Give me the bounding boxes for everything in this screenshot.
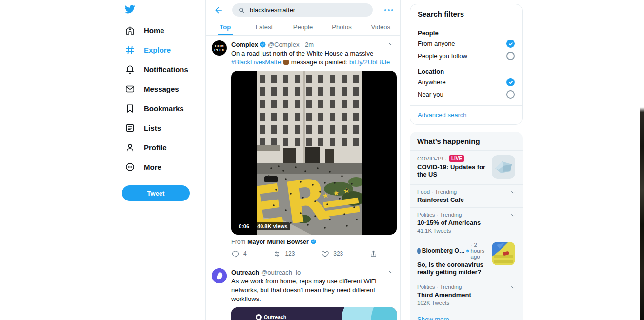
tweet-url-link[interactable]: bit.ly/2UbF8Je	[349, 59, 390, 66]
sidebar-item-home[interactable]: Home	[117, 20, 193, 40]
envelope-icon	[124, 83, 135, 94]
hashtag-icon	[124, 44, 135, 55]
verified-badge-icon	[260, 41, 266, 48]
list-icon	[124, 122, 135, 133]
trend-title: Rainforest Cafe	[417, 196, 515, 203]
retweet-count: 123	[285, 250, 295, 257]
chevron-down-icon[interactable]	[510, 212, 517, 220]
tweet-button[interactable]: Tweet	[122, 185, 190, 201]
like-count: 323	[333, 250, 343, 257]
back-button[interactable]	[214, 5, 223, 15]
left-sidebar: Home Explore Notifications Messages Book…	[117, 0, 193, 201]
tab-people[interactable]: People	[283, 20, 322, 35]
tab-top[interactable]: Top	[206, 20, 245, 35]
svg-text:★: ★	[332, 188, 340, 198]
show-more-link[interactable]: Show more	[410, 310, 523, 320]
live-badge: LIVE	[449, 155, 464, 162]
lab-capsules-image[interactable]	[492, 242, 515, 265]
trend-title: 10-15% of Americans	[417, 219, 515, 226]
sidebar-item-notifications[interactable]: Notifications	[117, 60, 193, 79]
share-icon	[369, 250, 378, 258]
search-results-column: Top Latest People Photos Videos COM PLEX…	[205, 0, 401, 320]
panel-title: What’s happening	[410, 132, 523, 151]
window-edge	[640, 0, 644, 320]
heart-icon	[321, 250, 329, 258]
sidebar-item-messages[interactable]: Messages	[117, 79, 193, 99]
more-options-icon[interactable]	[383, 7, 394, 13]
sidebar-item-label: Profile	[144, 143, 167, 152]
person-icon	[124, 142, 135, 153]
tab-photos[interactable]: Photos	[322, 20, 362, 35]
filter-option-near-you[interactable]: Near you	[418, 88, 515, 100]
sidebar-item-more[interactable]: More	[117, 157, 193, 177]
raised-fist-emoji	[283, 60, 289, 65]
sidebar-item-lists[interactable]: Lists	[117, 118, 193, 138]
sidebar-item-bookmarks[interactable]: Bookmarks	[117, 99, 193, 118]
trend-meta: Politics · Trending	[417, 284, 515, 290]
sidebar-item-label: Bookmarks	[144, 104, 184, 113]
chevron-down-icon[interactable]	[510, 284, 517, 293]
share-button[interactable]	[369, 250, 378, 258]
tweet-text: On a road just north of the White House …	[231, 49, 394, 67]
tweet-handle-time: @Complex · 2m	[268, 41, 314, 48]
trend-tweet-count: 41.1K Tweets	[417, 228, 515, 234]
right-sidebar: Search filters People From anyone People…	[410, 4, 523, 320]
filter-option-from-anyone[interactable]: From anyone	[418, 38, 515, 50]
bell-icon	[124, 64, 135, 75]
twitter-bird-icon[interactable]	[123, 4, 136, 16]
more-circle-icon	[124, 161, 135, 172]
trend-item[interactable]: Politics · Trending Third Amendment 102K…	[410, 280, 523, 310]
outreach-logo-icon	[212, 268, 227, 283]
tweet-author-name[interactable]: Complex	[231, 41, 258, 48]
bloomberg-avatar	[417, 248, 421, 254]
tweet-actions: 4 123 323	[231, 250, 378, 258]
retweet-button[interactable]: 123	[273, 250, 295, 258]
advanced-search-link[interactable]: Advanced search	[410, 105, 522, 124]
radio-unchecked-icon[interactable]	[506, 90, 515, 99]
filter-option-people-you-follow[interactable]: People you follow	[418, 50, 515, 62]
home-icon	[124, 25, 135, 36]
hashtag-link[interactable]: #BlackLivesMatter	[231, 59, 283, 66]
trend-item[interactable]: Politics · Trending 10-15% of Americans …	[410, 207, 523, 238]
search-icon	[238, 7, 245, 14]
avatar[interactable]: COM PLEX	[212, 40, 227, 56]
tweet-text: As we work from home, reps may use diffe…	[231, 277, 394, 303]
tab-latest[interactable]: Latest	[245, 20, 284, 35]
sidebar-item-profile[interactable]: Profile	[117, 138, 193, 157]
radio-checked-icon[interactable]	[506, 78, 515, 86]
news-item[interactable]: Bloomberg O… · 2 hours ago So, is the co…	[410, 238, 523, 280]
video-frame-aerial-street: ER ★★★	[257, 71, 362, 235]
sidebar-item-label: Notifications	[144, 65, 188, 74]
avatar[interactable]	[212, 268, 227, 283]
video-duration: 0:06	[236, 222, 252, 230]
chevron-down-icon[interactable]	[387, 268, 394, 277]
sidebar-item-explore[interactable]: Explore	[117, 40, 193, 60]
source-account-name: Mayor Muriel Bowser	[247, 239, 309, 245]
face-mask-image[interactable]	[492, 155, 515, 179]
reply-button[interactable]: 4	[231, 250, 247, 258]
sidebar-item-label: Explore	[144, 46, 171, 54]
trend-tweet-count: 102K Tweets	[417, 300, 515, 306]
search-input[interactable]	[250, 6, 367, 14]
radio-checked-icon[interactable]	[506, 40, 515, 48]
news-title: So, is the coronavirus really getting mi…	[417, 261, 488, 276]
filter-section-heading: People	[418, 26, 515, 38]
search-bar[interactable]	[232, 3, 373, 17]
video-source-attribution[interactable]: From Mayor Muriel Bowser	[231, 239, 394, 245]
live-event-item[interactable]: COVID-19 · LIVE COVID-19: Updates for th…	[410, 151, 523, 184]
news-time: · 2 hours ago	[471, 242, 488, 260]
tweet-handle: @outreach_io	[261, 269, 301, 276]
trend-item[interactable]: Food · Trending Rainforest Cafe	[410, 184, 523, 207]
chevron-down-icon[interactable]	[510, 189, 517, 198]
tab-videos[interactable]: Videos	[361, 20, 400, 35]
verified-badge-icon	[311, 239, 316, 244]
reply-count: 4	[243, 250, 247, 257]
promoted-ad-image[interactable]: Outreach It’s Not Who You Are, It’s What…	[231, 307, 397, 320]
chevron-down-icon[interactable]	[387, 40, 394, 49]
filter-option-anywhere[interactable]: Anywhere	[418, 76, 515, 88]
like-button[interactable]: 323	[321, 250, 343, 258]
tweet-complex: COM PLEX Complex @Complex · 2m On a road…	[206, 36, 400, 263]
tweet-author-name[interactable]: Outreach	[231, 269, 259, 276]
radio-unchecked-icon[interactable]	[506, 52, 515, 60]
tweet-video-player[interactable]: ER ★★★ 0:06 40.8K views	[231, 71, 397, 235]
